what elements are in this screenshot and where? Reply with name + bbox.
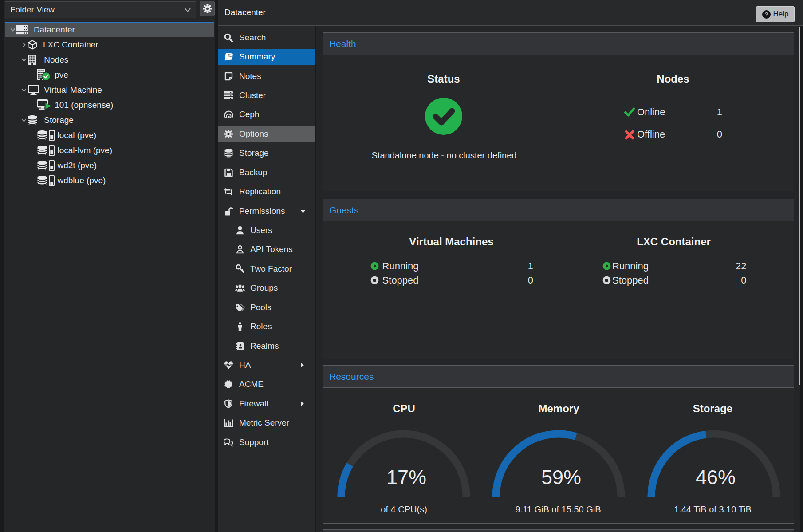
svg-text:?: ?	[764, 11, 768, 18]
